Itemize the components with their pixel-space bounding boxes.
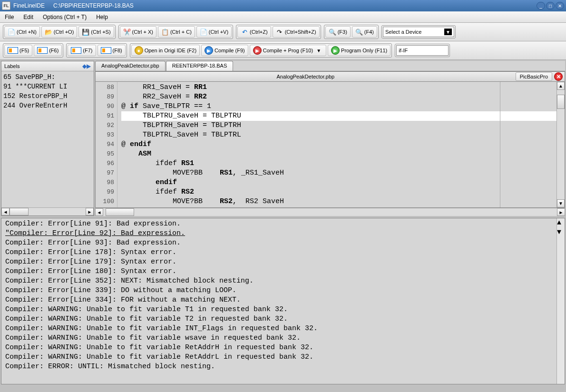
scroll-track[interactable] [103, 208, 557, 216]
scroll-up-icon[interactable]: ▲ [557, 82, 565, 90]
if-input[interactable] [396, 45, 449, 56]
sidebar-list[interactable]: 65 SavePBP_H: 91 ***CURRENT LI 152 Resto… [1, 71, 94, 207]
bookmark-clear-icon [101, 47, 111, 54]
menu-file[interactable]: File [3, 13, 16, 21]
menu-edit[interactable]: Edit [21, 13, 35, 21]
sidebar-header[interactable]: Labels ◆▶ [1, 61, 94, 71]
play-red-icon: ▶ [253, 46, 262, 55]
compile-button[interactable]: ▶Compile (F9) [201, 45, 248, 56]
paste-icon: 📄 [200, 28, 207, 36]
new-label: (Ctrl +N) [17, 29, 37, 35]
f6-label: (F6) [49, 48, 59, 53]
code-content[interactable]: RR1_SaveH = RR1 RR2_SaveH = RR2@ if Save… [117, 82, 556, 207]
prog-only-label: Program Only (F11) [341, 48, 387, 53]
sidebar-item[interactable]: 244 OverReEnterH [3, 101, 92, 110]
scroll-thumb[interactable] [106, 208, 134, 216]
copy-label: (Ctrl + C) [170, 29, 192, 35]
compiler-output[interactable]: ▲ ▼ Compiler: Error[Line 91]: Bad expres… [1, 218, 565, 384]
open-button[interactable]: 📂(Ctrl +O) [41, 26, 77, 38]
compile-label: Compile (F9) [215, 48, 245, 53]
app-icon: FL [2, 1, 10, 10]
file-path: C:\PBP\REENTERPBP-18.BAS [53, 2, 537, 9]
editor-hscrollbar[interactable]: ◄ ► [95, 208, 565, 216]
editor-tabs: AnalogPeakDetector.pbp REENTERPBP-18.BAS [95, 61, 565, 71]
sidebar: Labels ◆▶ 65 SavePBP_H: 91 ***CURRENT LI… [1, 61, 94, 216]
minimize-button[interactable]: _ [537, 2, 545, 10]
f6-button[interactable]: (F6) [34, 45, 62, 56]
tab-reenter[interactable]: REENTERPBP-18.BAS [166, 61, 234, 71]
replace-button[interactable]: 🔍(F4) [352, 26, 377, 38]
editor-file-header: AnalogPeakDetector.pbp PicBasicPro ✕ [95, 71, 565, 82]
search-icon: 🔍 [329, 28, 336, 36]
scroll-right-icon[interactable]: ► [86, 208, 94, 216]
menu-options[interactable]: Options (Ctrl + T) [41, 13, 88, 21]
main-area: Labels ◆▶ 65 SavePBP_H: 91 ***CURRENT LI… [0, 60, 566, 217]
find-button[interactable]: 🔍(F3) [325, 26, 351, 38]
code-editor[interactable]: 888990919293949596979899100 RR1_SaveH = … [95, 82, 565, 208]
f7-button[interactable]: (F7) [68, 45, 96, 56]
f5-label: (F5) [20, 48, 29, 53]
tab-analog[interactable]: AnalogPeakDetector.pbp [95, 61, 166, 71]
close-button[interactable]: ✕ [556, 2, 564, 10]
close-file-button[interactable]: ✕ [554, 72, 563, 81]
bookmark-set-icon [71, 47, 81, 54]
diamond-arrow-icon: ◆▶ [82, 63, 91, 69]
dropdown-arrow-icon: ▼ [444, 29, 452, 35]
scroll-down-icon[interactable]: ▼ [557, 228, 565, 237]
open-orig-ide-button[interactable]: ●Open in Origi IDE (F2) [131, 45, 200, 56]
find-label: (F3) [338, 29, 347, 35]
sidebar-item[interactable]: 152 RestorePBP_H [3, 91, 92, 101]
cut-button[interactable]: ✂️(Ctrl + X) [120, 26, 156, 38]
redo-label: (Ctrl+Shift+Z) [285, 29, 316, 35]
toolbar-row-2: (F5) (F6) (F7) (F8) ●Open in Origi IDE (… [0, 41, 566, 60]
output-vscrollbar[interactable]: ▲ ▼ [556, 218, 565, 384]
cut-icon: ✂️ [123, 28, 131, 36]
copy-button[interactable]: 📋(Ctrl + C) [158, 26, 195, 38]
undo-button[interactable]: ↶(Ctrl+Z) [237, 26, 271, 38]
paste-button[interactable]: 📄(Ctrl +V) [196, 26, 232, 38]
open-label: (Ctrl +O) [54, 29, 74, 35]
scroll-track[interactable] [10, 208, 86, 216]
menu-help[interactable]: Help [94, 13, 110, 21]
bookmark-next-icon [8, 47, 18, 54]
sidebar-item[interactable]: 91 ***CURRENT LI [3, 82, 92, 91]
scroll-left-icon[interactable]: ◄ [95, 208, 103, 216]
scroll-left-icon[interactable]: ◄ [1, 208, 10, 216]
language-badge[interactable]: PicBasicPro [516, 72, 552, 81]
program-only-button[interactable]: ▶Program Only (F11) [328, 45, 390, 56]
replace-icon: 🔍 [355, 28, 363, 36]
scroll-thumb[interactable] [10, 208, 29, 216]
titlebar: FL FineLineIDE C:\PBP\REENTERPBP-18.BAS … [0, 0, 566, 11]
save-icon: 💾 [82, 28, 89, 36]
sidebar-hscrollbar[interactable]: ◄ ► [1, 207, 94, 216]
f5-button[interactable]: (F5) [4, 45, 32, 56]
scroll-up-icon[interactable]: ▲ [557, 218, 565, 228]
replace-label: (F4) [364, 29, 374, 35]
new-button[interactable]: 📄(Ctrl +N) [4, 26, 40, 38]
toolbar-row-1: 📄(Ctrl +N) 📂(Ctrl +O) 💾(Ctrl +S) ✂️(Ctrl… [0, 23, 566, 41]
menubar: File Edit Options (Ctrl + T) Help [0, 11, 566, 23]
scroll-down-icon[interactable]: ▼ [557, 199, 565, 207]
chevron-down-icon[interactable]: ▼ [314, 48, 323, 53]
editor-vscrollbar[interactable]: ▲ ▼ [556, 82, 565, 207]
scroll-track[interactable] [557, 90, 565, 199]
device-select-text: Select a Device [385, 29, 421, 35]
redo-button[interactable]: ↷(Ctrl+Shift+Z) [273, 26, 320, 38]
window-controls: _ □ ✕ [537, 2, 564, 10]
f8-button[interactable]: (F8) [98, 45, 126, 56]
sidebar-item[interactable]: 65 SavePBP_H: [3, 72, 92, 82]
copy-icon: 📋 [161, 28, 169, 36]
save-label: (Ctrl +S) [91, 29, 110, 35]
compile-prog-button[interactable]: ▶Compile + Prog (F10)▼ [250, 45, 326, 56]
play-green-icon: ▶ [331, 46, 340, 55]
maximize-button[interactable]: □ [546, 2, 555, 10]
compile-prog-label: Compile + Prog (F10) [263, 48, 313, 53]
save-button[interactable]: 💾(Ctrl +S) [78, 26, 114, 38]
bookmark-prev-icon [37, 47, 48, 54]
scroll-right-icon[interactable]: ► [557, 208, 565, 216]
sidebar-header-label: Labels [4, 63, 82, 69]
device-select[interactable]: Select a Device ▼ [383, 27, 454, 37]
scroll-thumb[interactable] [557, 95, 565, 109]
open-folder-icon: 📂 [45, 28, 52, 36]
f8-label: (F8) [113, 48, 122, 53]
